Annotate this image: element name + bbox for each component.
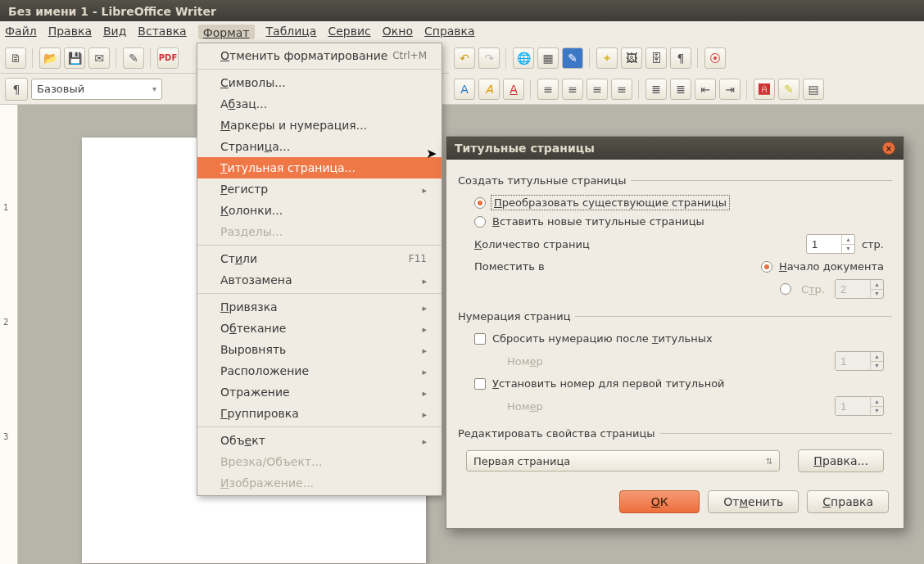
mi-characters[interactable]: Символы... [197,72,442,93]
radio-insert[interactable] [474,216,486,228]
radio-convert[interactable] [474,197,486,209]
mi-page[interactable]: Страница... [197,136,442,157]
mi-styles[interactable]: СтилиF11 [197,248,442,269]
unit-pagecount: стр. [862,238,884,250]
mi-paragraph[interactable]: Абзац... [197,93,442,115]
mi-clear-formatting[interactable]: Отменить форматирование Ctrl+M [197,45,442,66]
check-setfirst[interactable] [474,378,486,390]
input-pagecount[interactable] [807,235,841,253]
row-reset[interactable]: Сбросить нумерацию после титульных [458,329,892,348]
group-page-numbering: Нумерация страниц Сбросить нумерацию пос… [458,310,892,421]
menubar[interactable]: Файл Правка Вид Вставка Формат Таблица С… [0,21,924,43]
input-pageat [836,280,870,298]
formatting-marks-icon[interactable]: ¶ [670,47,691,69]
mi-autocorrect[interactable]: Автозамена [197,269,442,291]
new-doc-icon[interactable]: 🗎 [5,47,26,69]
undo-icon[interactable]: ↶ [454,47,475,69]
redo-icon[interactable]: ↷ [478,47,500,69]
chevron-down-icon: ▾ [152,84,156,93]
toolbar-formatting-right: A A A ≡ ≡ ≡ ≡ ≣ ≣ ⇤ ⇥ 🅰 ✎ ▤ [449,74,924,105]
format-menu-dropdown[interactable]: Отменить форматирование Ctrl+M Символы..… [197,43,442,496]
label-pagecount: Количество страниц [474,238,590,250]
align-left-icon[interactable]: ≡ [537,79,559,100]
mi-anchor[interactable]: Привязка [197,296,442,318]
list-bullet-icon[interactable]: ≣ [645,79,667,100]
bgcolor-icon[interactable]: ▤ [803,79,824,100]
paragraph-style-combo[interactable]: Базовый ▾ [31,79,162,100]
pdf-icon[interactable]: PDF [157,47,179,69]
font-color-icon[interactable]: 🅰 [754,79,775,100]
button-edit-props[interactable]: Правка... [798,449,884,472]
indent-dec-icon[interactable]: ⇤ [695,79,716,100]
radio-page[interactable] [780,283,791,295]
mi-columns[interactable]: Колонки... [197,200,442,221]
combo-pagestyle[interactable]: Первая страница ⇅ [466,450,780,472]
menu-table[interactable]: Таблица [266,25,317,39]
mi-align[interactable]: Выровнять [197,339,442,360]
mi-sections: Разделы... [197,221,442,242]
label-placeat: Поместить в [474,260,545,273]
open-icon[interactable]: 📂 [39,47,61,69]
cursor-icon: ➤ [426,146,437,161]
toolbar-standard-right: ↶ ↷ 🌐 ▦ ✎ ✦ 🖼 🗄 ¶ ⦿ [449,43,924,74]
mi-object[interactable]: Объект [197,430,442,451]
row-placeat: Поместить в Начало документа [458,257,892,276]
menu-edit[interactable]: Правка [48,25,92,39]
row-pagecount: Количество страниц ▴▾ стр. [458,231,892,257]
mi-wrap[interactable]: Обтекание [197,318,442,339]
spin-number1: ▴▾ [835,351,884,371]
mi-group[interactable]: Группировка [197,403,442,424]
radio-row-insert[interactable]: Вставить новые титульные страницы [458,212,892,231]
button-cancel[interactable]: Отменить [708,490,799,513]
styles-icon[interactable]: ¶ [5,78,28,101]
menu-window[interactable]: Окно [383,25,413,39]
spin-pagecount[interactable]: ▴▾ [806,234,855,254]
mi-register[interactable]: Регистр [197,178,442,200]
button-ok[interactable]: ОК [619,490,700,513]
mi-flip[interactable]: Отражение [197,381,442,403]
drawing-icon[interactable]: ✎ [562,47,583,69]
hyperlink-icon[interactable]: 🌐 [513,47,534,69]
table-icon[interactable]: ▦ [537,47,559,69]
group-edit-props: Редактировать свойства страницы Первая с… [458,427,892,477]
email-icon[interactable]: ✉ [88,47,110,69]
gallery-icon[interactable]: 🖼 [621,47,642,69]
title-pages-dialog[interactable]: Титульные страницы × Создать титульные с… [446,136,904,529]
radio-row-convert[interactable]: Преобразовать существующие страницы [458,193,892,212]
radio-docstart[interactable] [761,261,772,273]
dialog-titlebar[interactable]: Титульные страницы × [446,137,904,160]
menu-file[interactable]: Файл [5,25,37,39]
menu-service[interactable]: Сервис [328,25,370,39]
menu-format[interactable]: Формат [198,25,255,39]
mi-arrange[interactable]: Расположение [197,360,442,381]
window-titlebar: Без имени 1 - LibreOffice Writer [0,0,924,21]
group-make-title-pages: Создать титульные страницы Преобразовать… [458,174,892,304]
dialog-button-row: ОК Отменить Справка [458,481,892,517]
align-center-icon[interactable]: ≡ [562,79,583,100]
mi-frame-object: Врезка/Объект... [197,451,442,472]
close-icon[interactable]: × [882,142,895,155]
spin-pageat: ▴▾ [835,279,884,299]
save-icon[interactable]: 💾 [64,47,85,69]
menu-view[interactable]: Вид [103,25,126,39]
navigator-icon[interactable]: ✦ [596,47,618,69]
mi-bullets[interactable]: Маркеры и нумерация... [197,115,442,136]
check-reset[interactable] [474,333,486,345]
menu-help[interactable]: Справка [424,25,475,39]
highlight-a-icon[interactable]: A [454,79,475,100]
indent-inc-icon[interactable]: ⇥ [719,79,741,100]
datasource-icon[interactable]: 🗄 [645,47,667,69]
help-icon[interactable]: ⦿ [704,47,726,69]
highlight-icon[interactable]: ✎ [778,79,799,100]
row-number2: Номер ▴▾ [458,393,892,419]
edit-icon[interactable]: ✎ [123,47,144,69]
underline-a-icon[interactable]: A [503,79,524,100]
menu-insert[interactable]: Вставка [138,25,186,39]
align-right-icon[interactable]: ≡ [587,79,608,100]
row-setfirst[interactable]: Установить номер для первой титульной [458,374,892,393]
italic-a-icon[interactable]: A [478,79,500,100]
align-justify-icon[interactable]: ≡ [611,79,632,100]
button-help[interactable]: Справка [807,490,889,513]
list-number-icon[interactable]: ≣ [670,79,691,100]
mi-title-page[interactable]: Титульная страница... [197,157,442,178]
